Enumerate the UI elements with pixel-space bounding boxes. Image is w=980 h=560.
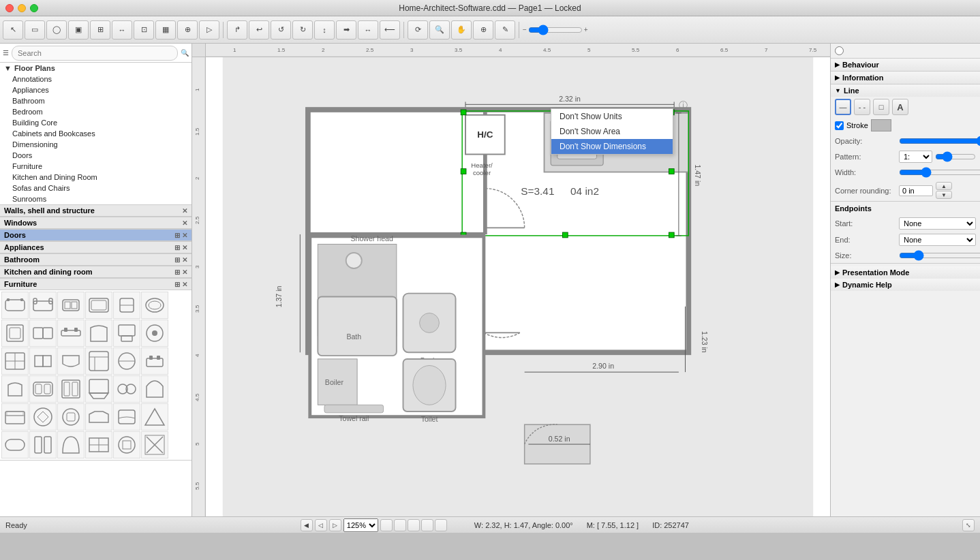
- tree-item-sunrooms[interactable]: Sunrooms: [0, 193, 192, 204]
- furniture-item-2[interactable]: [29, 292, 57, 319]
- furniture-item-1[interactable]: [1, 292, 29, 319]
- tree-item-cabinets[interactable]: Cabinets and Bookcases: [0, 128, 192, 139]
- floor-plan[interactable]: Sink unit H/C Heater/ cooler: [206, 57, 830, 516]
- refresh-tool[interactable]: ⟳: [408, 20, 428, 40]
- corner-rounding-up-btn[interactable]: ▲: [936, 182, 952, 190]
- corner-rounding-down-btn[interactable]: ▼: [936, 191, 952, 199]
- furniture-item-11[interactable]: [113, 320, 140, 347]
- search-input[interactable]: [12, 46, 178, 61]
- sidebar-menu-icon[interactable]: ☰: [3, 49, 9, 57]
- furniture-item-17[interactable]: [113, 347, 140, 375]
- furniture-item-10[interactable]: [85, 320, 112, 347]
- corner-rounding-input[interactable]: [899, 185, 933, 196]
- search-icon[interactable]: 🔍: [181, 49, 189, 57]
- resize-handle[interactable]: ⤡: [962, 519, 975, 531]
- curve-tool[interactable]: ↱: [227, 20, 247, 40]
- furniture-item-14[interactable]: [29, 347, 57, 375]
- lib-doors-close-btn[interactable]: ✕: [182, 232, 187, 239]
- tree-item-appliances[interactable]: Appliances: [0, 84, 192, 95]
- opacity-slider[interactable]: [899, 136, 980, 146]
- furniture-item-21[interactable]: [57, 375, 85, 403]
- undo-tool[interactable]: ↩: [249, 20, 269, 40]
- furniture-item-4[interactable]: [85, 292, 112, 319]
- tree-item-bathroom[interactable]: Bathroom: [0, 95, 192, 106]
- window-controls[interactable]: [5, 4, 38, 12]
- furniture-item-8[interactable]: [29, 320, 57, 347]
- tree-item-annotations[interactable]: Annotations: [0, 74, 192, 84]
- stroke-color-swatch[interactable]: [871, 119, 891, 131]
- tree-item-bedroom[interactable]: Bedroom: [0, 106, 192, 117]
- tree-item-furniture[interactable]: Furniture: [0, 161, 192, 172]
- mode-radio-1[interactable]: [835, 46, 844, 55]
- furniture-item-24[interactable]: [141, 375, 168, 403]
- lib-bathroom-expand-btn[interactable]: ⊞: [174, 256, 180, 264]
- fit-tool[interactable]: ⊕: [473, 20, 493, 40]
- lib-furniture-expand-btn[interactable]: ⊞: [174, 281, 180, 288]
- back-tool[interactable]: ⟵: [380, 20, 400, 40]
- furniture-item-31[interactable]: [1, 431, 29, 458]
- lib-kitchen-expand-btn[interactable]: ⊞: [174, 268, 180, 276]
- redo2-tool[interactable]: ↻: [292, 20, 313, 40]
- dropdown-dont-show-dimensions[interactable]: Don't Show Dimensions: [551, 139, 673, 154]
- line-style-dashed-btn[interactable]: - -: [854, 99, 870, 115]
- tree-item-building-core[interactable]: Building Core: [0, 117, 192, 128]
- information-header[interactable]: ▶ Information: [831, 72, 980, 84]
- view-btn-3[interactable]: [408, 519, 420, 531]
- furniture-item-18[interactable]: [141, 347, 168, 375]
- furniture-item-5[interactable]: [113, 292, 140, 319]
- stroke-checkbox[interactable]: [835, 121, 844, 130]
- furniture-item-12[interactable]: [141, 320, 168, 347]
- canvas-area[interactable]: // Will be done in JS below 1 1.5 2 2.5 …: [192, 44, 830, 516]
- furniture-item-29[interactable]: [113, 403, 140, 431]
- zoom-plus-icon[interactable]: +: [584, 26, 588, 33]
- line-header[interactable]: ▼ Line: [831, 84, 980, 97]
- lib-bathroom-close-btn[interactable]: ✕: [182, 256, 187, 264]
- pattern-tool[interactable]: ▦: [155, 20, 176, 40]
- close-button[interactable]: [5, 4, 14, 12]
- redo1-tool[interactable]: ↺: [271, 20, 291, 40]
- zoom-minus-icon[interactable]: −: [523, 26, 527, 33]
- floor-plans-group[interactable]: ▼ Floor Plans: [0, 63, 192, 74]
- tree-item-doors[interactable]: Doors: [0, 150, 192, 161]
- arrow-tool[interactable]: ▷: [199, 20, 219, 40]
- page-back-btn[interactable]: ◁: [315, 519, 327, 531]
- pen-tool[interactable]: ✎: [495, 20, 515, 40]
- page-prev-btn[interactable]: ◀: [301, 519, 313, 531]
- pattern-slider[interactable]: [935, 151, 976, 162]
- resize-tool[interactable]: ↔: [112, 20, 132, 40]
- plus-tool[interactable]: ⊕: [177, 20, 198, 40]
- tree-item-sofas[interactable]: Sofas and Chairs: [0, 183, 192, 193]
- fill-color-btn[interactable]: □: [873, 99, 889, 115]
- furniture-item-26[interactable]: [29, 403, 57, 431]
- minimize-button[interactable]: [18, 4, 26, 12]
- furniture-item-30[interactable]: [141, 403, 168, 431]
- table-tool[interactable]: ⊞: [90, 20, 110, 40]
- zoom-select[interactable]: 125% 100% 75%: [343, 518, 378, 532]
- furniture-item-25[interactable]: [1, 403, 29, 431]
- page-fwd-btn[interactable]: ▷: [329, 519, 341, 531]
- furniture-item-23[interactable]: [113, 375, 140, 403]
- zoom-in-tool[interactable]: 🔍: [429, 20, 450, 40]
- furniture-item-33[interactable]: [57, 431, 85, 458]
- behaviour-header[interactable]: ▶ Behaviour: [831, 59, 980, 71]
- dropdown-dont-show-units[interactable]: Don't Show Units: [551, 109, 673, 124]
- furniture-item-20[interactable]: [29, 375, 57, 403]
- size-slider[interactable]: [899, 250, 980, 261]
- view-btn-1[interactable]: [380, 519, 393, 531]
- lib-kitchen-close-btn[interactable]: ✕: [182, 268, 187, 276]
- lib-appliances-close-btn[interactable]: ✕: [182, 244, 187, 251]
- lib-doors-expand-btn[interactable]: ⊞: [174, 232, 180, 239]
- view-btn-4[interactable]: [421, 519, 433, 531]
- view-btn-5[interactable]: [435, 519, 447, 531]
- ellipse-tool[interactable]: ◯: [46, 20, 67, 40]
- flip-v-tool[interactable]: ↕: [314, 20, 335, 40]
- tree-item-dimensioning[interactable]: Dimensioning: [0, 139, 192, 150]
- furniture-item-15[interactable]: [57, 347, 85, 375]
- furniture-item-19[interactable]: [1, 375, 29, 403]
- line-style-solid-btn[interactable]: —: [835, 99, 851, 115]
- view-btn-2[interactable]: [394, 519, 406, 531]
- lib-appliances-expand-btn[interactable]: ⊞: [174, 244, 180, 251]
- text-btn[interactable]: A: [892, 99, 908, 115]
- furniture-item-35[interactable]: [113, 431, 140, 458]
- furniture-item-6[interactable]: [141, 292, 168, 319]
